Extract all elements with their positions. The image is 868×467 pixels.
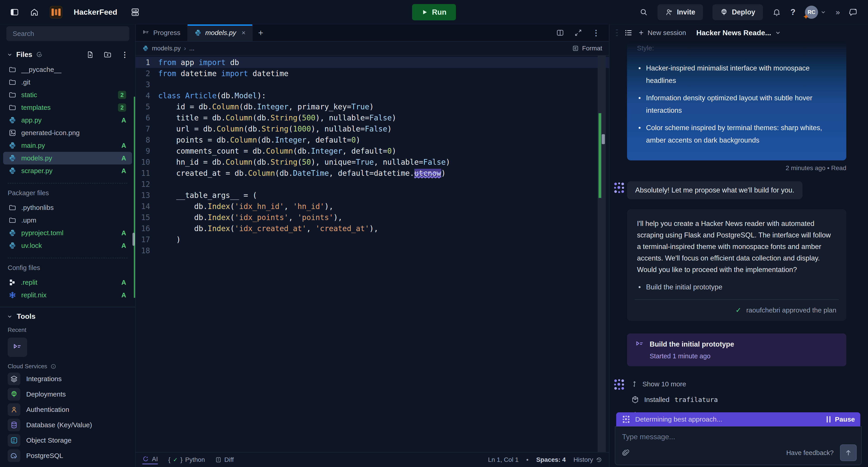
editor-menu-kebab-icon[interactable]: ⋮: [592, 28, 600, 37]
search-icon[interactable]: [640, 8, 648, 16]
breadcrumb-more[interactable]: ...: [189, 45, 194, 52]
file-row-pyproject.toml[interactable]: pyproject.tomlA: [0, 227, 135, 239]
code-line[interactable]: 3: [135, 79, 609, 90]
file-row-uv.lock[interactable]: uv.lockA: [0, 239, 135, 252]
tab-progress[interactable]: Progress: [135, 24, 188, 41]
check-circle-icon[interactable]: [36, 51, 43, 58]
code-line[interactable]: 9 comments_count = db.Column(db.Integer,…: [135, 145, 609, 157]
file-row-scraper.py[interactable]: scraper.pyA: [0, 165, 135, 177]
code-line[interactable]: 15 db.Index('idx_points', 'points'),: [135, 212, 609, 223]
file-row-app.py[interactable]: app.pyA: [0, 114, 135, 127]
code-line[interactable]: 4class Article(db.Model):: [135, 90, 609, 101]
code-line[interactable]: 1from app import db: [135, 57, 609, 68]
home-icon[interactable]: [30, 8, 39, 17]
attachment-paperclip-icon[interactable]: [622, 449, 630, 457]
code-editor[interactable]: 1from app import db2from datetime import…: [135, 56, 609, 452]
ai-status-button[interactable]: AI: [143, 456, 158, 464]
file-row-replit.nix[interactable]: replit.nixA: [0, 289, 135, 301]
code-line[interactable]: 8 points = db.Column(db.Integer, default…: [135, 134, 609, 145]
new-tab-button[interactable]: +: [253, 24, 269, 41]
sidebar-toggle-icon[interactable]: [10, 8, 19, 17]
code-line[interactable]: 7 url = db.Column(db.String(1000), nulla…: [135, 123, 609, 134]
task-card[interactable]: Build the initial prototype Started 1 mi…: [627, 333, 846, 366]
chevron-down-icon[interactable]: [7, 313, 13, 320]
format-button[interactable]: Format: [572, 45, 602, 52]
run-button[interactable]: Run: [412, 4, 456, 20]
code-line[interactable]: 13 __table_args__ = (: [135, 190, 609, 201]
file-row-__pycache__[interactable]: __pycache__: [0, 63, 135, 76]
invite-button[interactable]: Invite: [657, 4, 703, 20]
sidebar-item-deployments[interactable]: Deployments: [0, 388, 135, 401]
progress-console-icon: [143, 29, 150, 36]
code-line[interactable]: 12: [135, 179, 609, 190]
cursor-position[interactable]: Ln 1, Col 1: [488, 456, 519, 463]
divider: [8, 258, 127, 258]
panel-drag-handle-icon[interactable]: [615, 29, 618, 37]
file-badge: A: [121, 292, 126, 299]
file-row-.git[interactable]: .git: [0, 76, 135, 89]
expand-icon[interactable]: [574, 29, 582, 37]
new-session-button[interactable]: + New session: [639, 28, 686, 37]
search-input[interactable]: [6, 26, 129, 41]
history-button[interactable]: History: [574, 456, 602, 463]
collapse-panel-icon[interactable]: »: [836, 8, 839, 16]
file-row-static[interactable]: static2: [0, 89, 135, 101]
chat-sparkle-icon[interactable]: [848, 7, 858, 17]
file-row-templates[interactable]: templates2: [0, 101, 135, 114]
file-row-models.py[interactable]: models.pyA: [3, 152, 132, 165]
editor-scroll-thumb[interactable]: [602, 134, 605, 144]
diff-status-button[interactable]: Diff: [215, 456, 234, 463]
pause-button[interactable]: Pause: [827, 415, 855, 423]
task-subtitle: Started 1 minute ago: [650, 353, 838, 360]
file-row-.pythonlibs[interactable]: .pythonlibs: [0, 201, 135, 214]
session-title-dropdown[interactable]: Hacker News Reade...: [696, 29, 781, 37]
file-row-main.py[interactable]: main.pyA: [0, 139, 135, 152]
files-menu-kebab-icon[interactable]: ⋮: [121, 51, 128, 59]
sidebar-item-authentication[interactable]: Authentication: [0, 403, 135, 416]
code-line[interactable]: 14 db.Index('idx_hn_id', 'hn_id'),: [135, 201, 609, 212]
notifications-bell-icon[interactable]: [772, 8, 781, 16]
code-text: from datetime import datetime: [158, 68, 288, 79]
sidebar-item-object-storage[interactable]: 1001Object Storage: [0, 434, 135, 447]
package-icon: [631, 396, 639, 404]
file-row-.upm[interactable]: .upm: [0, 214, 135, 227]
split-view-icon[interactable]: [556, 29, 564, 37]
recent-console-tool[interactable]: [8, 338, 27, 357]
repl-resources-icon[interactable]: [130, 7, 140, 17]
file-row-.replit[interactable]: .replitA: [0, 276, 135, 289]
help-icon[interactable]: ?: [790, 7, 796, 17]
code-line[interactable]: 17 ): [135, 234, 609, 245]
code-line[interactable]: 5 id = db.Column(db.Integer, primary_key…: [135, 101, 609, 112]
send-button[interactable]: [840, 444, 857, 461]
file-row-generated-icon.png[interactable]: generated-icon.png: [0, 127, 135, 139]
code-line[interactable]: 16 db.Index('idx_created_at', 'created_a…: [135, 223, 609, 234]
close-tab-icon[interactable]: ×: [242, 29, 246, 37]
sidebar-scrollbar[interactable]: [132, 233, 135, 246]
code-line[interactable]: 10 hn_id = db.Column(db.String(50), uniq…: [135, 157, 609, 168]
new-folder-icon[interactable]: [103, 51, 112, 59]
breadcrumb-file[interactable]: models.py: [152, 45, 181, 52]
code-line[interactable]: 11 created_at = db.Column(db.DateTime, d…: [135, 168, 609, 179]
account-menu[interactable]: RC ✦: [805, 6, 826, 19]
agent-panel: + New session Hacker News Reade... Style…: [609, 24, 868, 467]
spaces-setting[interactable]: Spaces: 4: [536, 456, 566, 463]
show-more-button[interactable]: Show 10 more: [610, 380, 868, 388]
code-line[interactable]: 2from datetime import datetime: [135, 68, 609, 79]
chevron-down-icon[interactable]: [7, 52, 13, 58]
sidebar-item-postgresql[interactable]: PostgreSQL: [0, 449, 135, 463]
python-icon: [8, 142, 16, 149]
info-icon[interactable]: [51, 364, 56, 369]
session-list-icon[interactable]: [624, 29, 633, 37]
code-line[interactable]: 18: [135, 245, 609, 256]
sidebar-item-database-key-value-[interactable]: Database (Key/Value): [0, 418, 135, 432]
feedback-link[interactable]: Have feedback?: [786, 449, 834, 457]
editor-scrollbar[interactable]: [598, 56, 606, 452]
new-file-icon[interactable]: [86, 51, 94, 59]
task-title: Build the initial prototype: [650, 340, 734, 348]
deploy-button[interactable]: Deploy: [712, 4, 763, 20]
code-line[interactable]: 6 title = db.Column(db.String(500), null…: [135, 112, 609, 123]
tab-models-py[interactable]: models.py ×: [188, 24, 253, 41]
chat-scroll-area[interactable]: Style: Hacker-inspired minimalist interf…: [610, 41, 868, 467]
sidebar-item-integrations[interactable]: Integrations: [0, 372, 135, 386]
language-status[interactable]: {✓} Python: [168, 456, 205, 463]
